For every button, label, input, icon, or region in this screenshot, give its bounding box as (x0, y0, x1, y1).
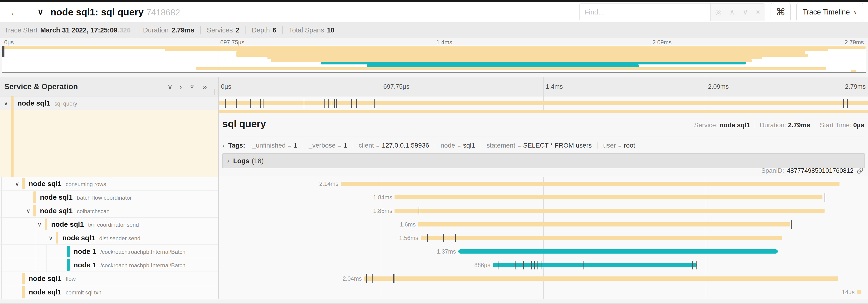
minimap-tick-labels: 0µs697.75µs1.4ms2.09ms2.79ms (2, 39, 866, 45)
span-bar[interactable] (341, 182, 839, 186)
meta-label: Duration (143, 26, 169, 34)
find-prev-icon[interactable]: ∧ (730, 8, 735, 16)
trace-meta-item: Duration2.79ms (137, 26, 200, 34)
collapse-trace-chevron-icon[interactable]: ∨ (37, 7, 43, 17)
minimap-canvas[interactable] (2, 46, 866, 73)
minimap-row (2, 62, 866, 64)
span-row[interactable]: node 1/cockroach.roachpb.Internal/Batch8… (0, 258, 868, 272)
back-button[interactable]: ← (0, 2, 30, 22)
span-bar[interactable] (418, 222, 790, 227)
timeline-tick-label: 2.09ms (708, 83, 729, 90)
expand-chevron-icon[interactable]: ∨ (49, 234, 53, 241)
tag-item[interactable]: node=sql1 (435, 142, 481, 149)
collapse-one-icon[interactable]: ∨ (167, 82, 173, 91)
expand-chevron-icon[interactable]: ∨ (37, 221, 41, 228)
span-row-name-cell[interactable]: ∨node sql1txn coordinator send (0, 217, 218, 231)
span-bar[interactable] (395, 195, 823, 199)
span-row-name-cell[interactable]: ∨node sql1colbatchscan (0, 204, 218, 217)
span-bar[interactable] (857, 290, 861, 294)
span-row-timeline-cell[interactable]: 886µs (218, 258, 868, 272)
expand-chevron-icon[interactable]: ∨ (4, 100, 8, 107)
span-duration-label: 1.37ms (437, 248, 456, 255)
span-row[interactable]: ∨node sql1txn coordinator send1.6ms (0, 217, 868, 231)
span-row[interactable]: ∨node sql1dist sender send1.56ms (0, 231, 868, 245)
minimap-left-scrub-handle[interactable] (2, 46, 4, 57)
span-row[interactable]: ∨node sql1consuming rows2.14ms (0, 177, 868, 191)
detail-divider (222, 137, 864, 137)
tag-equals: = (376, 142, 379, 149)
span-row[interactable]: node sql1commit sql txn14µs (0, 285, 868, 299)
span-row-timeline-cell[interactable]: 1.56ms (218, 231, 868, 245)
copy-link-icon[interactable] (856, 167, 864, 174)
chevron-right-icon: › (222, 142, 224, 149)
expand-one-icon[interactable]: › (179, 82, 182, 91)
tags-accordion-row[interactable]: › Tags: _unfinished=1_verbose=1client=12… (222, 139, 641, 151)
span-row-name-cell[interactable]: node sql1batch flow coordinator (0, 191, 218, 204)
span-row-name-cell[interactable]: node sql1flow (0, 272, 218, 285)
span-bar[interactable] (219, 101, 868, 105)
panel-divider[interactable] (218, 77, 219, 298)
tree-guide-line (1, 231, 2, 244)
span-row-timeline-cell[interactable]: 1.84ms (218, 191, 868, 204)
span-log-marker (537, 261, 538, 269)
tag-item[interactable]: statement=SELECT * FROM users (481, 142, 598, 149)
span-row-name-cell[interactable]: node 1/cockroach.roachpb.Internal/Batch (0, 245, 218, 258)
span-log-marker (443, 234, 444, 242)
panel-resize-grip[interactable]: || (214, 88, 219, 95)
span-name: node sql1sql query (18, 99, 77, 107)
tree-guide-line (12, 204, 13, 217)
collapse-all-icon[interactable]: » (188, 85, 197, 89)
view-selector-button[interactable]: Trace Timeline ∨ (796, 3, 863, 21)
tag-value: root (624, 142, 635, 149)
keyboard-shortcuts-button[interactable]: ⌘ (771, 3, 791, 21)
expand-chevron-icon[interactable]: ∨ (26, 207, 30, 214)
tree-guide-line (1, 217, 2, 231)
span-row-name-cell[interactable]: ∨node sql1dist sender send (0, 231, 218, 245)
span-row[interactable]: node 1/cockroach.roachpb.Internal/Batch1… (0, 245, 868, 258)
span-row[interactable]: ∨node sql1colbatchscan1.85ms (0, 204, 868, 217)
logs-accordion-row[interactable]: › Logs (18) (222, 154, 865, 168)
find-input[interactable] (580, 3, 710, 21)
tag-item[interactable]: _verbose=1 (303, 142, 353, 149)
span-row-name-cell[interactable]: node 1/cockroach.roachpb.Internal/Batch (0, 258, 218, 272)
span-row-timeline-cell[interactable]: 1.85ms (218, 204, 868, 217)
span-row-name-cell[interactable]: ∨node sql1sql query (0, 96, 218, 110)
span-row-timeline-cell[interactable]: 2.14ms (218, 177, 868, 191)
meta-value: 2.79ms (172, 26, 194, 34)
span-service-name: node sql1 (29, 275, 61, 282)
tree-guide-line (12, 191, 13, 204)
expand-all-icon[interactable]: » (203, 82, 207, 91)
span-bar[interactable] (364, 276, 838, 281)
span-row-timeline-cell[interactable]: 14µs (218, 285, 868, 299)
find-next-icon[interactable]: ∨ (743, 8, 748, 16)
span-row[interactable]: node sql1batch flow coordinator1.84ms (0, 191, 868, 204)
span-bar[interactable] (395, 209, 824, 213)
find-clear-icon[interactable]: × (756, 8, 760, 16)
span-row-timeline-cell[interactable]: 2.04ms (218, 272, 868, 285)
tag-item[interactable]: client=127.0.0.1:59936 (353, 142, 435, 149)
span-row-name-cell[interactable]: node sql1commit sql txn (0, 285, 218, 299)
span-row-timeline-cell[interactable] (218, 96, 868, 110)
span-row[interactable]: ∨node sql1sql query (0, 96, 868, 110)
minimap-span-bar (237, 52, 805, 54)
span-row-timeline-cell[interactable]: 1.6ms (218, 217, 868, 231)
span-duration-label: 1.6ms (400, 221, 415, 228)
tag-item[interactable]: _unfinished=1 (247, 142, 303, 149)
expand-chevron-icon[interactable]: ∨ (15, 180, 19, 187)
locate-icon[interactable]: ◎ (715, 8, 721, 16)
span-row[interactable]: node sql1flow2.04ms (0, 272, 868, 285)
span-bar[interactable] (421, 236, 782, 240)
span-name: node sql1dist sender send (62, 234, 141, 242)
minimap-row (2, 49, 866, 52)
tag-item[interactable]: user=root (597, 142, 641, 149)
timeline-axis-header: 0µs697.75µs1.4ms2.09ms2.79ms (218, 77, 868, 96)
span-log-marker (792, 220, 792, 229)
tree-guide-line (35, 258, 35, 272)
span-row-timeline-cell[interactable]: 1.37ms (218, 245, 868, 258)
span-name: node sql1commit sql txn (29, 288, 101, 296)
tree-guide-line (46, 258, 46, 272)
span-bar[interactable] (458, 249, 778, 254)
span-name: node 1/cockroach.roachpb.Internal/Batch (73, 247, 185, 256)
span-row-name-cell[interactable]: ∨node sql1consuming rows (0, 177, 218, 191)
tag-equals: = (618, 142, 622, 149)
